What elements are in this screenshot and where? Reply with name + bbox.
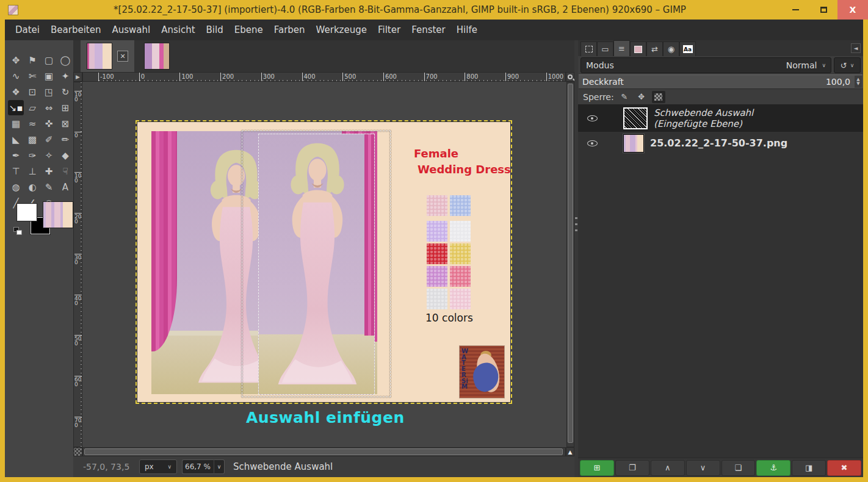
- smudge-tool-icon[interactable]: ☟: [57, 164, 73, 179]
- flip-tool-icon[interactable]: ⇔: [41, 100, 57, 115]
- warp-transform-tool-icon[interactable]: ≈: [24, 116, 40, 131]
- blur-sharpen-tool-icon[interactable]: ◍: [8, 179, 24, 195]
- horizontal-scrollbar-thumb[interactable]: [84, 448, 563, 455]
- rectangle-select-tool-icon[interactable]: ▢: [41, 52, 57, 68]
- layer-row-1[interactable]: Schwebende Auswahl(Eingefügte Ebene): [578, 105, 863, 132]
- opacity-spinner[interactable]: ▲▼: [855, 76, 862, 88]
- horizontal-scrollbar[interactable]: [82, 447, 566, 456]
- dock-tab-layers[interactable]: ≡: [613, 40, 630, 56]
- image-tab-2[interactable]: [138, 40, 176, 72]
- navigation-button[interactable]: ▲: [566, 447, 574, 456]
- eraser-tool-icon[interactable]: ◆: [57, 148, 73, 163]
- perspective-clone-tool-icon[interactable]: ⊥: [24, 164, 40, 179]
- lower-layer-button[interactable]: ∨: [686, 460, 720, 476]
- dock-tab-fonts[interactable]: Aa: [679, 41, 696, 56]
- new-layer-button[interactable]: ⊞: [580, 460, 614, 476]
- scissors-select-tool-icon[interactable]: ✄: [24, 68, 40, 84]
- move-tool-icon[interactable]: ✥: [8, 52, 24, 68]
- text-tool-icon[interactable]: A: [57, 179, 73, 195]
- blend-space-button[interactable]: ↺ ∨: [834, 57, 861, 73]
- window-icon[interactable]: [8, 5, 18, 15]
- handle-transform-tool-icon[interactable]: ✜: [41, 116, 57, 131]
- menu-farben[interactable]: Farben: [269, 21, 311, 39]
- minimize-button[interactable]: [781, 0, 809, 20]
- n-point-deformation-tool-icon[interactable]: ⊠: [57, 116, 73, 131]
- menu-bild[interactable]: Bild: [201, 21, 229, 39]
- alignment-tool-icon[interactable]: ⚑: [24, 52, 40, 68]
- select-by-color-tool-icon[interactable]: ❖: [8, 84, 24, 99]
- lock-position-toggle[interactable]: ✥: [635, 91, 648, 103]
- ruler-menu-button[interactable]: ▶: [73, 72, 82, 82]
- menu-filter[interactable]: Filter: [372, 21, 406, 39]
- lock-pixels-toggle[interactable]: ✎: [618, 91, 631, 103]
- merge-mask-button[interactable]: ◨: [792, 460, 826, 476]
- close-button[interactable]: X: [837, 0, 868, 20]
- zoom-dropdown[interactable]: ∨: [214, 459, 225, 474]
- lock-alpha-toggle[interactable]: [652, 91, 665, 103]
- raise-layer-button[interactable]: ∧: [651, 460, 685, 476]
- cage-transform-tool-icon[interactable]: ▦: [8, 116, 24, 131]
- menu-ebene[interactable]: Ebene: [229, 21, 269, 39]
- quick-mask-toggle[interactable]: [73, 447, 82, 456]
- delete-layer-button[interactable]: ✖: [827, 460, 861, 476]
- layer-row-2[interactable]: 25.02.22_2-17-50-37.png: [578, 132, 863, 155]
- opacity-slider[interactable]: Deckkraft 100,0 ▲▼: [579, 74, 863, 89]
- fuzzy-select-tool-icon[interactable]: ✦: [57, 68, 73, 84]
- paths-tool-icon[interactable]: ✎: [41, 179, 57, 195]
- foreground-select-tool-icon[interactable]: ▣: [41, 68, 57, 84]
- vertical-scrollbar-thumb[interactable]: [568, 84, 573, 443]
- vertical-scrollbar[interactable]: [566, 82, 574, 447]
- vertical-ruler[interactable]: 1000100200300400500600700: [73, 82, 82, 447]
- crop-tool-icon[interactable]: ⊡: [24, 84, 40, 99]
- menu-auswahl[interactable]: Auswahl: [106, 21, 156, 39]
- zoom-level-input[interactable]: 66,7 %: [182, 459, 214, 474]
- menu-datei[interactable]: Datei: [10, 21, 45, 39]
- menu-fenster[interactable]: Fenster: [406, 21, 451, 39]
- shear-tool-icon[interactable]: ▱: [24, 100, 40, 115]
- new-group-button[interactable]: ❐: [615, 460, 649, 476]
- maximize-button[interactable]: [809, 0, 837, 20]
- unit-dropdown[interactable]: px ∨: [139, 459, 177, 474]
- image-tab-close-icon[interactable]: ✕: [117, 51, 128, 62]
- dock-splitter[interactable]: [574, 40, 578, 477]
- layer-visibility-toggle[interactable]: [582, 115, 602, 121]
- anchor-layer-button[interactable]: ⚓: [756, 460, 790, 476]
- clone-tool-icon[interactable]: ⊤: [8, 164, 24, 179]
- free-select-tool-icon[interactable]: ∿: [8, 68, 24, 84]
- perspective-tool-icon[interactable]: ⊞: [57, 100, 73, 115]
- dock-tab-undo-history[interactable]: ⇄: [646, 41, 663, 56]
- dock-tab-brushes[interactable]: ◉: [663, 41, 679, 56]
- airbrush-tool-icon[interactable]: ✧: [41, 148, 57, 163]
- canvas-viewport[interactable]: Female Wedding Dress 10 colors WATERSiM: [82, 82, 566, 447]
- paintbrush-tool-icon[interactable]: ✐: [41, 132, 57, 147]
- menu-bearbeiten[interactable]: Bearbeiten: [45, 21, 106, 39]
- heal-tool-icon[interactable]: ✚: [41, 164, 57, 179]
- unified-transform-tool-icon[interactable]: ◳: [41, 84, 57, 99]
- ink-tool-icon[interactable]: ✒: [8, 148, 24, 163]
- artwork-canvas[interactable]: Female Wedding Dress 10 colors WATERSiM: [137, 121, 511, 403]
- menu-hilfe[interactable]: Hilfe: [451, 21, 483, 39]
- pencil-tool-icon[interactable]: ✏: [57, 132, 73, 147]
- image-tab-1[interactable]: ✕: [81, 40, 134, 72]
- ellipse-select-tool-icon[interactable]: ◯: [57, 52, 73, 68]
- layer-visibility-toggle[interactable]: [582, 140, 602, 146]
- menu-werkzeuge[interactable]: Werkzeuge: [311, 21, 372, 39]
- default-colors-icon[interactable]: [13, 227, 22, 235]
- mypaint-brush-tool-icon[interactable]: ✑: [24, 148, 40, 163]
- gradient-tool-icon[interactable]: ▩: [24, 132, 40, 147]
- dock-collapse-button[interactable]: ◄: [851, 43, 861, 53]
- dock-tab-selection-editor[interactable]: [580, 41, 597, 56]
- foreground-color-swatch[interactable]: [17, 204, 37, 221]
- dock-tab-channels[interactable]: [630, 41, 646, 56]
- rotate-tool-icon[interactable]: ↻: [57, 84, 73, 99]
- dodge-burn-tool-icon[interactable]: ◐: [24, 179, 40, 195]
- dock-tab-device-status[interactable]: ▭: [597, 41, 613, 56]
- active-image-preview[interactable]: [43, 201, 73, 228]
- menu-ansicht[interactable]: Ansicht: [156, 21, 200, 39]
- duplicate-layer-button[interactable]: ❏: [722, 460, 756, 476]
- scale-tool-icon[interactable]: ↘▪: [8, 100, 24, 115]
- horizontal-ruler[interactable]: -10001002003004005006007008009001000: [82, 72, 566, 82]
- layer-mode-dropdown[interactable]: Modus Normal ∨: [580, 57, 831, 73]
- zoom-fit-button[interactable]: [566, 72, 574, 82]
- bucket-fill-tool-icon[interactable]: ◣: [8, 132, 24, 147]
